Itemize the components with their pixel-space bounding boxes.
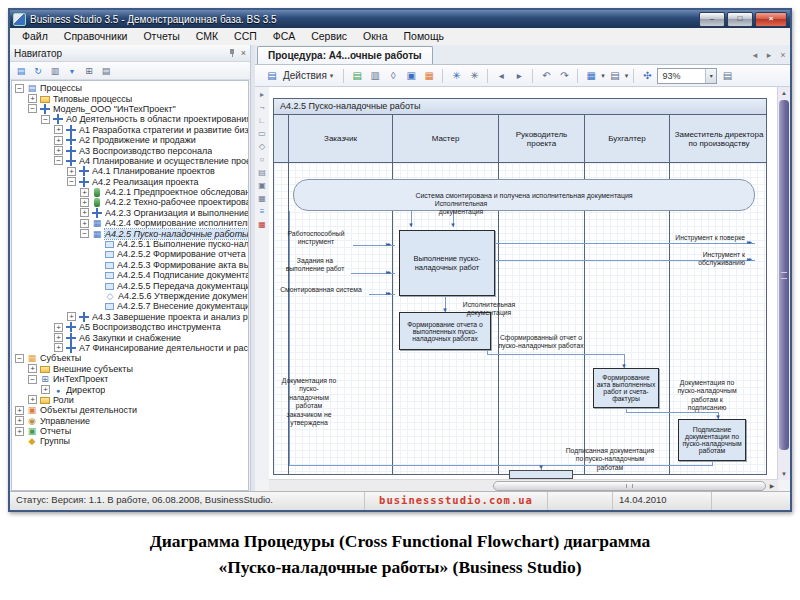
grid-settings-icon[interactable]: ▦ bbox=[583, 68, 599, 84]
edit-icon[interactable]: ▤ bbox=[349, 68, 365, 84]
menu-item[interactable]: Окна bbox=[355, 28, 395, 45]
tree-expander[interactable]: − bbox=[41, 115, 50, 124]
diagram-canvas[interactable]: А4.2.5 Пуско-наладочные работы ЗаказчикМ… bbox=[269, 87, 778, 480]
zoom-in-icon[interactable]: ✳ bbox=[448, 68, 464, 84]
tree-expander[interactable]: − bbox=[28, 104, 37, 113]
swimlane-header[interactable]: Заместитель директора по производству bbox=[669, 115, 768, 162]
chevron-down-icon[interactable]: ▾ bbox=[705, 69, 716, 83]
tree-item[interactable]: + Объекты деятельности bbox=[12, 405, 248, 415]
swimlane-header[interactable]: Руководитель проекта bbox=[498, 115, 584, 162]
tree-item[interactable]: А4.2.5.7 Внесение документации по пуско- bbox=[12, 301, 248, 311]
lasso-icon[interactable] bbox=[256, 102, 268, 114]
rectangle-icon[interactable] bbox=[256, 128, 268, 140]
tree-item[interactable]: + А5 Воспроизводство инструмента bbox=[12, 322, 248, 332]
tree-expander[interactable]: − bbox=[54, 156, 63, 165]
tree-item[interactable]: − А4.2.5 Пуско-наладочные работы bbox=[12, 228, 248, 238]
menu-item[interactable]: Сервис bbox=[303, 28, 355, 45]
menu-item[interactable]: Файл bbox=[14, 28, 56, 45]
tree-item[interactable]: + Типовые процессы bbox=[12, 93, 248, 103]
tree-expander[interactable]: + bbox=[41, 385, 50, 394]
zoom-out-icon[interactable]: ✳ bbox=[466, 68, 482, 84]
chevron-down-icon[interactable]: ▾ bbox=[625, 72, 629, 80]
vertical-scroll-thumb[interactable] bbox=[779, 100, 789, 450]
tree-item[interactable]: − Процессы bbox=[12, 83, 248, 93]
tree-expander[interactable]: + bbox=[54, 333, 63, 342]
refresh-icon[interactable]: ▦ bbox=[421, 68, 437, 84]
refresh-icon[interactable] bbox=[30, 64, 46, 78]
horizontal-scroll-thumb[interactable] bbox=[493, 481, 766, 491]
tree-expander[interactable]: + bbox=[80, 188, 89, 197]
nav-forward-icon[interactable]: ▸ bbox=[511, 68, 527, 84]
panel-close-icon[interactable]: × bbox=[241, 48, 246, 58]
tree-expander[interactable]: + bbox=[28, 94, 37, 103]
tree-item[interactable]: − А4 Планирование и осуществление проект… bbox=[12, 156, 248, 166]
tree-expander[interactable]: + bbox=[67, 167, 76, 176]
tab-close-icon[interactable]: × bbox=[776, 47, 790, 64]
tree-expander[interactable]: + bbox=[54, 146, 63, 155]
vertical-scrollbar[interactable]: ▲ ▼ bbox=[777, 87, 790, 480]
tree-expander[interactable]: + bbox=[15, 427, 24, 436]
menu-item[interactable]: Помощь bbox=[396, 28, 453, 45]
fit-icon[interactable]: ✣ bbox=[639, 68, 655, 84]
pin-icon[interactable] bbox=[227, 48, 237, 58]
tree-item[interactable]: + А4.3 Завершение проекта и анализ резул… bbox=[12, 312, 248, 322]
tree-expander[interactable]: + bbox=[28, 395, 37, 404]
tree-expander[interactable]: + bbox=[15, 416, 24, 425]
delete-icon[interactable] bbox=[256, 219, 268, 231]
tree-item[interactable]: + Директор bbox=[12, 384, 248, 394]
tree-item[interactable]: + Управление bbox=[12, 416, 248, 426]
tree-expander[interactable]: + bbox=[54, 125, 63, 134]
chevron-down-icon[interactable]: ▾ bbox=[601, 72, 605, 80]
tree-item[interactable]: + А7 Финансирование деятельности и расче… bbox=[12, 343, 248, 353]
tree-expander[interactable]: − bbox=[15, 84, 24, 93]
title-bar[interactable]: Business Studio 3.5 - Демонстрационная б… bbox=[10, 10, 790, 28]
tree-item[interactable]: + А4.1 Планирование проектов bbox=[12, 166, 248, 176]
tree-item[interactable]: А4.2.5.3 Формирование акта выполненны bbox=[12, 260, 248, 270]
tree-item[interactable]: − А4.2 Реализация проекта bbox=[12, 177, 248, 187]
tree-expander[interactable]: + bbox=[54, 136, 63, 145]
comment-icon[interactable] bbox=[256, 167, 268, 179]
tree-item[interactable]: А4.2.5.6 Утверждение документации и акт bbox=[12, 291, 248, 301]
scroll-up-icon[interactable]: ▲ bbox=[778, 87, 790, 99]
maximize-button[interactable] bbox=[727, 12, 753, 27]
ellipse-icon[interactable] bbox=[256, 154, 268, 166]
menu-item[interactable]: ССП bbox=[226, 28, 265, 45]
nav-back-icon[interactable]: ◂ bbox=[493, 68, 509, 84]
decision-icon[interactable] bbox=[256, 141, 268, 153]
layers-icon[interactable]: ▤ bbox=[607, 68, 623, 84]
tree-item[interactable]: + А3 Воспроизводство персонала bbox=[12, 145, 248, 155]
filter-icon[interactable] bbox=[64, 64, 80, 78]
tree-expander[interactable]: + bbox=[80, 219, 89, 228]
process-box[interactable]: Формирование акта выполненных работ и сч… bbox=[593, 368, 659, 408]
print-icon[interactable]: ▤ bbox=[719, 68, 735, 84]
tree-expander[interactable]: + bbox=[28, 364, 37, 373]
print-icon[interactable] bbox=[98, 64, 114, 78]
start-event[interactable]: Система смонтирована и получена исполнит… bbox=[293, 179, 755, 211]
tree-expander[interactable]: − bbox=[67, 177, 76, 186]
save-icon[interactable]: ▣ bbox=[403, 68, 419, 84]
tree-item[interactable]: Группы bbox=[12, 436, 248, 446]
tree-item[interactable]: − ИнТехПроект bbox=[12, 374, 248, 384]
tree-item[interactable]: + А4.2.1 Предпроектное обследование bbox=[12, 187, 248, 197]
actions-button[interactable]: ▤ Действия ▾ bbox=[259, 66, 338, 85]
process-box[interactable]: Выполнение пуско-наладочных работ bbox=[399, 230, 495, 296]
swimlane-header[interactable]: Мастер bbox=[392, 115, 498, 162]
button-icon[interactable] bbox=[256, 193, 268, 205]
tree-expander[interactable]: − bbox=[28, 375, 37, 384]
menu-item[interactable]: Справочники bbox=[56, 28, 136, 45]
tree-item[interactable]: + Внешние субъекты bbox=[12, 364, 248, 374]
cursor-icon[interactable] bbox=[256, 89, 268, 101]
menu-item[interactable]: ФСА bbox=[265, 28, 303, 45]
tree-expander[interactable]: + bbox=[80, 198, 89, 207]
menu-item[interactable]: СМК bbox=[188, 28, 226, 45]
process-box[interactable]: Подписание документации по пуско-наладоч… bbox=[678, 419, 746, 461]
picture-icon[interactable] bbox=[256, 180, 268, 192]
report-icon[interactable] bbox=[47, 64, 63, 78]
tree-expander[interactable]: + bbox=[54, 323, 63, 332]
menu-item[interactable]: Отчеты bbox=[135, 28, 187, 45]
tree-item[interactable]: + А6 Закупки и снабжение bbox=[12, 332, 248, 342]
align-icon[interactable] bbox=[256, 206, 268, 218]
tree-item[interactable]: + Отчеты bbox=[12, 426, 248, 436]
eraser-icon[interactable]: ◊ bbox=[385, 68, 401, 84]
tree-expander[interactable]: + bbox=[54, 343, 63, 352]
